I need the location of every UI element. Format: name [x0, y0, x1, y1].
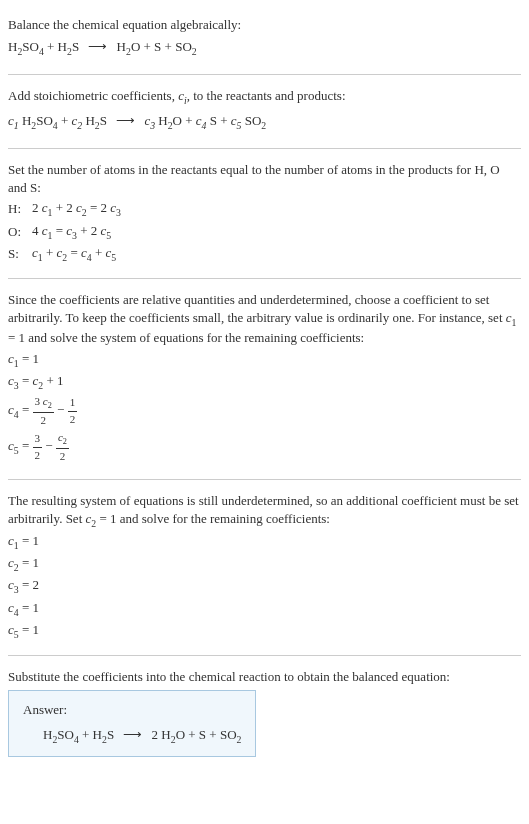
product-2: S [154, 39, 161, 54]
atom-eq-o: O: 4 c1 = c3 + 2 c5 [8, 222, 521, 242]
coef-c5: c5 = 32 − c22 [8, 430, 521, 464]
final-c4: c4 = 1 [8, 599, 521, 619]
balanced-equation: H2SO4 + H2S ⟶ 2 H2O + S + SO2 [23, 726, 241, 746]
reactant-2: H2S [58, 39, 80, 54]
coef-c4: c4 = 3 c22 − 12 [8, 394, 521, 428]
step5-text: Substitute the coefficients into the che… [8, 668, 521, 686]
step2-text: Set the number of atoms in the reactants… [8, 161, 521, 197]
plus: + [47, 39, 58, 54]
step4-text: The resulting system of equations is sti… [8, 492, 521, 530]
answer-box: Answer: H2SO4 + H2S ⟶ 2 H2O + S + SO2 [8, 690, 256, 756]
divider [8, 278, 521, 279]
coef-equation: c1 H2SO4 + c2 H2S ⟶ c3 H2O + c4 S + c5 S… [8, 112, 521, 132]
answer-label: Answer: [23, 701, 241, 719]
arrow-icon: ⟶ [88, 39, 107, 54]
divider [8, 655, 521, 656]
divider [8, 148, 521, 149]
plus: + [165, 39, 176, 54]
coef-c1: c1 = 1 [8, 350, 521, 370]
atom-eq-s: S: c1 + c2 = c4 + c5 [8, 244, 521, 264]
divider [8, 479, 521, 480]
coef-c3: c3 = c2 + 1 [8, 372, 521, 392]
final-c5: c5 = 1 [8, 621, 521, 641]
step3-text: Since the coefficients are relative quan… [8, 291, 521, 348]
atom-eq-h: H: 2 c1 + 2 c2 = 2 c3 [8, 199, 521, 219]
plus: + [144, 39, 155, 54]
intro-text: Balance the chemical equation algebraica… [8, 16, 521, 34]
product-3: SO2 [175, 39, 197, 54]
divider [8, 74, 521, 75]
final-c2: c2 = 1 [8, 554, 521, 574]
reactant-1: H2SO4 [8, 39, 44, 54]
step1-text: Add stoichiometric coefficients, ci, to … [8, 87, 521, 107]
final-c1: c1 = 1 [8, 532, 521, 552]
product-1: H2O [117, 39, 141, 54]
final-c3: c3 = 2 [8, 576, 521, 596]
unbalanced-equation: H2SO4 + H2S ⟶ H2O + S + SO2 [8, 38, 521, 58]
